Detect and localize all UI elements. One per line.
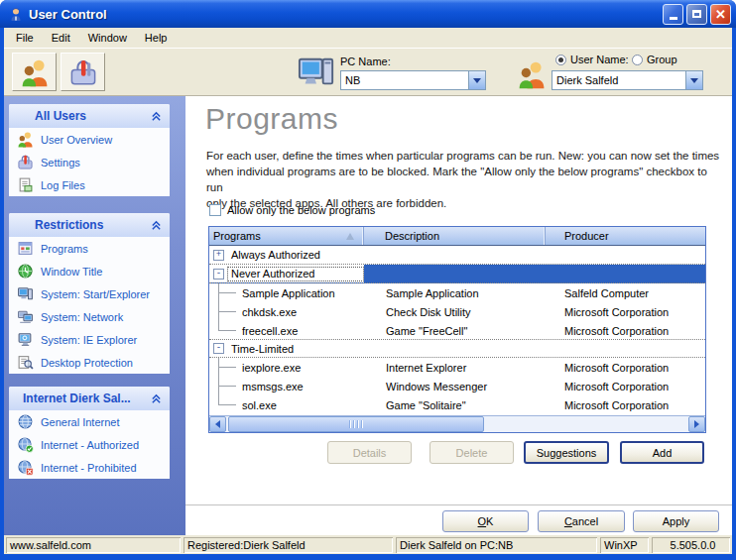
allow-only-checkbox-label: Allow only the below programs bbox=[227, 204, 375, 216]
maximize-button[interactable] bbox=[686, 4, 707, 25]
menu-edit[interactable]: Edit bbox=[43, 29, 79, 47]
group-radio-label: Group bbox=[647, 54, 677, 65]
table-row-group[interactable]: - Time-Limited bbox=[209, 339, 705, 358]
scroll-left-button[interactable] bbox=[209, 416, 226, 432]
table-row-group-selected[interactable]: - Never Authorized bbox=[209, 265, 705, 283]
system-start-icon bbox=[17, 285, 34, 302]
add-button[interactable]: Add bbox=[620, 441, 704, 464]
table-row-group[interactable]: + Always Authorized bbox=[209, 246, 705, 265]
menu-help[interactable]: Help bbox=[136, 29, 177, 47]
scrollbar-track[interactable] bbox=[226, 416, 688, 432]
sidebar-item-system-start-explorer[interactable]: System: Start/Explorer bbox=[9, 282, 170, 305]
collapse-icon[interactable]: - bbox=[213, 269, 224, 280]
chevron-up-icon bbox=[151, 111, 162, 122]
suggestions-button[interactable]: Suggestions bbox=[524, 441, 609, 464]
table-header: Programs Description Producer bbox=[209, 227, 705, 246]
sidebar-item-general-internet[interactable]: General Internet bbox=[9, 410, 170, 433]
table-body: + Always Authorized - Never Authorized S… bbox=[209, 246, 705, 415]
grip-icon bbox=[349, 420, 364, 428]
divider bbox=[185, 504, 732, 505]
chevron-down-icon[interactable] bbox=[685, 71, 702, 89]
section-header-internet[interactable]: Internet Dierk Sal... bbox=[9, 387, 170, 410]
ok-button[interactable]: OK bbox=[442, 510, 529, 532]
table-row[interactable]: freecell.exe Game "FreeCell" Microsoft C… bbox=[209, 321, 705, 340]
close-icon: ✕ bbox=[715, 8, 726, 21]
scroll-right-button[interactable] bbox=[688, 416, 705, 432]
status-os: WinXP bbox=[600, 537, 649, 553]
sidebar-item-log-files[interactable]: Log Files bbox=[9, 173, 170, 196]
sidebar-item-desktop-protection[interactable]: Desktop Protection bbox=[9, 351, 170, 374]
minimize-button[interactable] bbox=[663, 4, 683, 25]
table-row[interactable]: iexplore.exe Internet Explorer Microsoft… bbox=[209, 358, 705, 377]
status-version: 5.505.0.0 bbox=[652, 537, 730, 553]
section-header-all-users[interactable]: All Users bbox=[9, 104, 170, 128]
status-bar: www.salfeld.com Registered:Dierk Salfeld… bbox=[4, 535, 732, 554]
group-radio[interactable]: Group bbox=[632, 54, 677, 65]
sidebar-section-all-users: All Users User Overview Settings Log Fil… bbox=[9, 104, 170, 196]
table-row[interactable]: chkdsk.exe Check Disk Utility Microsoft … bbox=[209, 302, 705, 321]
user-name-value: Dierk Salfeld bbox=[552, 74, 685, 86]
title-bar[interactable]: User Control ✕ bbox=[0, 0, 736, 28]
sidebar-item-system-ie-explorer[interactable]: System: IE Explorer bbox=[9, 328, 170, 351]
sidebar-item-window-title[interactable]: Window Title bbox=[9, 260, 170, 282]
table-row[interactable]: sol.exe Game "Solitaire" Microsoft Corpo… bbox=[209, 395, 705, 414]
pc-name-select[interactable]: NB bbox=[340, 70, 486, 90]
globe-x-icon bbox=[17, 459, 34, 476]
settings-toolbar-button[interactable] bbox=[61, 53, 105, 91]
sidebar-item-user-overview[interactable]: User Overview bbox=[9, 128, 170, 151]
users-icon bbox=[17, 131, 34, 148]
horizontal-scrollbar[interactable] bbox=[209, 415, 705, 432]
toolbox-icon bbox=[17, 154, 34, 170]
chevron-up-icon bbox=[151, 393, 162, 404]
collapse-icon[interactable]: - bbox=[213, 343, 224, 354]
sidebar-item-internet-authorized[interactable]: Internet - Authorized bbox=[9, 433, 170, 456]
table-row[interactable]: Sample Application Sample Application Sa… bbox=[209, 283, 705, 302]
arrow-left-icon bbox=[211, 420, 220, 428]
menu-bar: File Edit Window Help bbox=[4, 28, 732, 48]
sidebar-section-internet: Internet Dierk Sal... General Internet I… bbox=[9, 387, 170, 479]
sidebar-item-internet-prohibited[interactable]: Internet - Prohibited bbox=[9, 456, 170, 479]
allow-only-checkbox[interactable] bbox=[209, 204, 221, 216]
column-header-description[interactable]: Description bbox=[364, 227, 546, 245]
user-name-select[interactable]: Dierk Salfeld bbox=[552, 70, 703, 90]
radio-unselected-icon bbox=[632, 55, 643, 65]
main-panel: Programs For each user, define the times… bbox=[185, 96, 732, 535]
table-row[interactable]: msmsgs.exe Windows Messenger Microsoft C… bbox=[209, 377, 705, 395]
column-header-producer[interactable]: Producer bbox=[546, 227, 705, 245]
section-header-restrictions[interactable]: Restrictions bbox=[9, 213, 170, 237]
apply-button[interactable]: Apply bbox=[633, 510, 719, 532]
sidebar-item-programs[interactable]: Programs bbox=[9, 237, 170, 260]
chevron-up-icon bbox=[151, 220, 162, 231]
close-button[interactable]: ✕ bbox=[710, 4, 731, 25]
status-website: www.salfeld.com bbox=[6, 537, 181, 553]
app-window: User Control ✕ File Edit Window Help PC … bbox=[0, 0, 736, 560]
toolbar: PC Name: NB User Name: Group Dierk Salfe… bbox=[4, 48, 732, 96]
user-overview-toolbar-button[interactable] bbox=[12, 53, 57, 91]
window-border bbox=[0, 554, 736, 560]
system-network-icon bbox=[17, 308, 34, 325]
menu-window[interactable]: Window bbox=[79, 29, 136, 47]
menu-file[interactable]: File bbox=[7, 29, 43, 47]
sort-ascending-icon bbox=[346, 233, 354, 240]
status-registered: Registered:Dierk Salfeld bbox=[184, 537, 393, 553]
user-name-radio-label: User Name: bbox=[570, 54, 629, 65]
app-icon bbox=[8, 6, 24, 22]
programs-table: Programs Description Producer + Always A… bbox=[208, 226, 706, 433]
scrollbar-thumb[interactable] bbox=[228, 416, 484, 432]
arrow-right-icon bbox=[694, 420, 703, 428]
page-title: Programs bbox=[205, 102, 338, 136]
sidebar-item-system-network[interactable]: System: Network bbox=[9, 305, 170, 328]
column-header-programs[interactable]: Programs bbox=[209, 227, 364, 245]
logfiles-icon bbox=[17, 176, 34, 193]
user-name-radio[interactable]: User Name: bbox=[555, 54, 629, 65]
cancel-button[interactable]: Cancel bbox=[538, 510, 625, 532]
programs-icon bbox=[17, 240, 34, 257]
details-button[interactable]: Details bbox=[327, 441, 412, 464]
expand-icon[interactable]: + bbox=[213, 250, 224, 261]
delete-button[interactable]: Delete bbox=[429, 441, 514, 464]
chevron-down-icon[interactable] bbox=[468, 71, 485, 89]
toolbox-icon bbox=[67, 57, 99, 87]
sidebar: All Users User Overview Settings Log Fil… bbox=[4, 96, 185, 535]
globe-icon bbox=[17, 413, 34, 430]
sidebar-item-settings[interactable]: Settings bbox=[9, 151, 170, 173]
